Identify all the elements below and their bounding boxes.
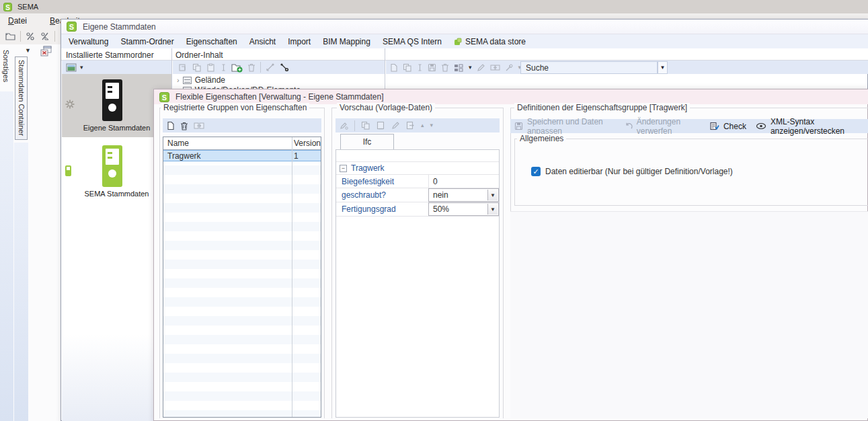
property-row-fertigungsgrad[interactable]: Fertigungsgrad 50% ▼: [336, 202, 499, 217]
property-group-label: Tragwerk: [351, 163, 385, 173]
combo-dropdown-icon[interactable]: ▼: [487, 190, 498, 200]
paste-icon[interactable]: [206, 63, 216, 72]
screen: S SEMA Datei Bearbeiten Sonstiges Stammd…: [0, 0, 868, 421]
side-tab-sonstiges[interactable]: Sonstiges: [2, 50, 10, 90]
delete-group-icon[interactable]: [180, 121, 188, 130]
dialog-title: Flexible Eigenschaften [Verwaltung - Eig…: [175, 92, 384, 102]
edit-small-icon[interactable]: [417, 63, 423, 72]
grid-view-icon[interactable]: [454, 63, 464, 72]
transfer-icon[interactable]: [490, 63, 500, 72]
menu-sema-data-store[interactable]: SEMA data store: [448, 37, 532, 46]
move-down-icon[interactable]: ▾: [430, 122, 434, 128]
column-header-version[interactable]: Version: [288, 139, 321, 148]
child-window-title: Eigene Stammdaten: [83, 22, 156, 32]
toolbar-separator: [20, 31, 21, 42]
check-button[interactable]: Check: [723, 122, 746, 131]
cut-icon[interactable]: [178, 63, 188, 72]
search-dropdown-button[interactable]: ▼: [658, 61, 668, 74]
menu-bim-mapping[interactable]: BIM Mapping: [317, 37, 377, 46]
dropdown-arrow-icon[interactable]: ▼: [25, 48, 31, 54]
toolbar-separator: [54, 31, 55, 42]
new-group-icon[interactable]: [167, 121, 175, 130]
gear-icon[interactable]: [65, 100, 75, 109]
side-tab-stammdaten-container[interactable]: Stammdaten Container: [15, 56, 28, 140]
remove-value-icon[interactable]: [377, 121, 385, 130]
new-doc-icon[interactable]: [390, 63, 398, 72]
save-icon[interactable]: [428, 63, 436, 72]
delete-icon[interactable]: [441, 63, 449, 72]
property-group-header[interactable]: − Tragwerk: [336, 162, 499, 175]
empty-grid-row: [336, 150, 499, 162]
definitions-panel-title: Definitionen der Eigenschaftsgruppe [Tra…: [514, 103, 690, 112]
duplicate-icon[interactable]: [361, 121, 370, 130]
dialog-titlebar: S Flexible Eigenschaften [Verwaltung - E…: [154, 89, 868, 104]
new-folder-icon[interactable]: [231, 63, 243, 73]
rename-icon[interactable]: [221, 63, 227, 72]
property-row-geschraubt[interactable]: geschraubt? nein ▼: [336, 188, 499, 202]
column-header-name[interactable]: Name: [163, 139, 288, 148]
sema-data-store-icon: [454, 38, 462, 46]
edit-diagonal-icon[interactable]: [391, 121, 400, 130]
expander-icon[interactable]: ›: [177, 76, 180, 84]
cell-version: 1: [288, 151, 299, 161]
save-definition-button[interactable]: Speichern und Daten anpassen: [527, 117, 616, 136]
grid-view-dropdown-icon[interactable]: ▾: [469, 65, 472, 71]
edit-value-icon[interactable]: [340, 121, 348, 130]
move-up-icon[interactable]: ▴: [421, 122, 424, 128]
copy-doc-icon[interactable]: [403, 63, 412, 72]
property-label: Fertigungsgrad: [336, 204, 428, 214]
column-divider[interactable]: [292, 137, 292, 417]
left-panel-header: Installierte Stammordner: [66, 50, 154, 60]
edit-pencil-icon[interactable]: [477, 63, 485, 72]
tab-label: Ifc: [363, 137, 372, 147]
collapse-icon[interactable]: −: [340, 165, 347, 172]
xml-syntax-toggle-button[interactable]: XML-Syntax anzeigen/verstecken: [771, 117, 865, 136]
tree-item-gelaende[interactable]: › Gelände: [177, 75, 385, 85]
property-value[interactable]: 0: [428, 175, 499, 188]
menu-stamm-ordner[interactable]: Stamm-Ordner: [114, 37, 180, 46]
tab-ifc[interactable]: Ifc: [340, 134, 394, 149]
preview-property-grid: − Tragwerk Biegefestigkeit 0 geschraubt?…: [336, 149, 500, 418]
angle-percent-alt-icon[interactable]: [40, 32, 50, 41]
folder-drawer-icon: [183, 77, 192, 84]
link-target-icon[interactable]: [280, 63, 289, 72]
view-thumbnail-icon[interactable]: [66, 63, 77, 72]
view-dropdown-arrow-icon[interactable]: ▾: [80, 65, 83, 71]
left-panel-toolbar: ▾: [62, 61, 171, 74]
allgemeines-section-title: Allgemeines: [517, 134, 566, 143]
property-row-biegefestigkeit[interactable]: Biegefestigkeit 0: [336, 175, 499, 188]
sema-logo-icon: S: [67, 22, 77, 32]
container-rail: [14, 143, 28, 421]
import-export-group-icon[interactable]: [194, 121, 204, 130]
menu-import[interactable]: Import: [282, 37, 317, 46]
daten-editierbar-checkbox[interactable]: ✓: [531, 167, 541, 176]
combo-dropdown-icon[interactable]: ▼: [487, 204, 498, 215]
menu-eigenschaften[interactable]: Eigenschaften: [180, 37, 243, 46]
property-value: nein: [433, 190, 448, 200]
link-icon[interactable]: [266, 63, 275, 72]
menu-ansicht[interactable]: Ansicht: [243, 37, 282, 46]
close-window-icon[interactable]: [40, 46, 52, 57]
plug-icon[interactable]: [505, 63, 514, 72]
discard-changes-button[interactable]: Änderungen verwerfen: [637, 117, 701, 136]
toolbar-separator: [260, 62, 261, 73]
angle-percent-icon[interactable]: [25, 32, 36, 41]
copy-icon[interactable]: [192, 63, 202, 72]
doc-arrow-icon[interactable]: [406, 121, 415, 130]
property-combo[interactable]: 50% ▼: [428, 202, 499, 216]
groups-table-header: Name Version: [163, 137, 321, 150]
search-input[interactable]: Suche: [520, 61, 658, 74]
open-folder-icon[interactable]: [5, 32, 16, 41]
property-combo[interactable]: nein ▼: [428, 188, 499, 202]
sema-logo-icon: S: [3, 3, 12, 11]
menu-sema-qs-intern[interactable]: SEMA QS Intern: [377, 37, 448, 46]
table-row-tragwerk[interactable]: Tragwerk 1: [163, 150, 321, 161]
check-icon: [710, 122, 719, 130]
menu-verwaltung[interactable]: Verwaltung: [63, 37, 114, 46]
groups-panel-title: Registrierte Gruppen von Eigenschaften: [161, 103, 309, 112]
tree-item-label: Gelände: [195, 75, 225, 85]
menu-datei[interactable]: Datei: [0, 16, 35, 26]
save-definition-icon: [514, 122, 523, 130]
delete-icon[interactable]: [247, 63, 255, 72]
content-toolbar: [173, 61, 385, 74]
